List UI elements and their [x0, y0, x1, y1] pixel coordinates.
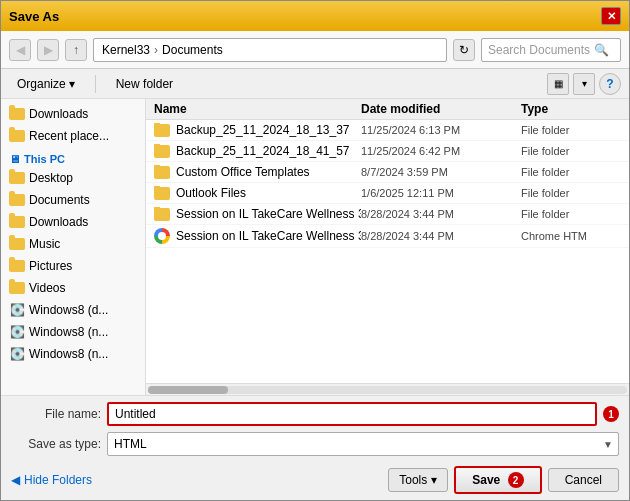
- title-bar: Save As ✕: [1, 1, 629, 31]
- save-type-select-wrapper: HTML ▼: [107, 432, 619, 456]
- sidebar-item-drive1[interactable]: 💽 Windows8 (d...: [1, 299, 145, 321]
- file-item[interactable]: Custom Office Templates 8/7/2024 3:59 PM…: [146, 162, 629, 183]
- back-button[interactable]: ◀: [9, 39, 31, 61]
- view-arrow-icon: ▾: [582, 78, 587, 89]
- search-placeholder: Search Documents: [488, 43, 590, 57]
- sidebar-item-drive3[interactable]: 💽 Windows8 (n...: [1, 343, 145, 365]
- search-box[interactable]: Search Documents 🔍: [481, 38, 621, 62]
- view-arrow-button[interactable]: ▾: [573, 73, 595, 95]
- view-button[interactable]: ▦: [547, 73, 569, 95]
- folder-icon: [154, 124, 170, 137]
- refresh-button[interactable]: ↻: [453, 39, 475, 61]
- this-pc-label: This PC: [24, 153, 65, 165]
- sidebar-item-recent[interactable]: Recent place...: [1, 125, 145, 147]
- file-type: File folder: [521, 208, 621, 220]
- bottom-bar: File name: 1 Save as type: HTML ▼: [1, 395, 629, 462]
- up-button[interactable]: ↑: [65, 39, 87, 61]
- tools-label: Tools: [399, 473, 427, 487]
- close-button[interactable]: ✕: [601, 7, 621, 25]
- view-icon: ▦: [554, 78, 563, 89]
- horizontal-scrollbar[interactable]: [146, 383, 629, 395]
- tools-arrow-icon: ▾: [431, 473, 437, 487]
- file-item[interactable]: Session on IL TakeCare Wellness 30th A..…: [146, 204, 629, 225]
- sidebar-item-downloads[interactable]: Downloads: [1, 211, 145, 233]
- save-badge: 2: [508, 472, 524, 488]
- sidebar-item-pictures[interactable]: Pictures: [1, 255, 145, 277]
- new-folder-button[interactable]: New folder: [108, 75, 181, 93]
- col-type-header[interactable]: Type: [521, 102, 621, 116]
- file-name-label: File name:: [11, 407, 101, 421]
- this-pc-section[interactable]: 🖥 This PC: [1, 147, 145, 167]
- sidebar-item-downloads-pinned[interactable]: Downloads: [1, 103, 145, 125]
- hide-folders-icon: ◀: [11, 473, 20, 487]
- folder-icon: [154, 145, 170, 158]
- file-name: Outlook Files: [176, 186, 246, 200]
- up-icon: ↑: [73, 43, 79, 57]
- file-date: 1/6/2025 12:11 PM: [361, 187, 521, 199]
- toolbar-separator: [95, 75, 96, 93]
- file-date: 11/25/2024 6:13 PM: [361, 124, 521, 136]
- file-date: 8/7/2024 3:59 PM: [361, 166, 521, 178]
- file-date: 11/25/2024 6:42 PM: [361, 145, 521, 157]
- file-item[interactable]: Backup_25_11_2024_18_13_37 11/25/2024 6:…: [146, 120, 629, 141]
- tools-button[interactable]: Tools ▾: [388, 468, 448, 492]
- forward-icon: ▶: [44, 43, 53, 57]
- address-bar: ◀ ▶ ↑ Kernel33 › Documents ↻ Search Docu…: [1, 31, 629, 69]
- file-name-input[interactable]: [107, 402, 597, 426]
- save-button[interactable]: Save 2: [454, 466, 541, 494]
- this-pc-icon: 🖥: [9, 153, 20, 165]
- address-path[interactable]: Kernel33 › Documents: [93, 38, 447, 62]
- col-date-header[interactable]: Date modified: [361, 102, 521, 116]
- file-type: File folder: [521, 124, 621, 136]
- file-type: File folder: [521, 187, 621, 199]
- hide-folders-label: Hide Folders: [24, 473, 92, 487]
- organize-label: Organize: [17, 77, 66, 91]
- file-item[interactable]: Outlook Files 1/6/2025 12:11 PM File fol…: [146, 183, 629, 204]
- file-name: Session on IL TakeCare Wellness 30th A..…: [176, 207, 361, 221]
- folder-icon: [9, 170, 25, 186]
- organize-button[interactable]: Organize ▾: [9, 75, 83, 93]
- main-content: Downloads Recent place... 🖥 This PC Desk…: [1, 99, 629, 395]
- folder-icon: [9, 192, 25, 208]
- save-type-select[interactable]: HTML: [107, 432, 619, 456]
- folder-icon: [9, 258, 25, 274]
- back-icon: ◀: [16, 43, 25, 57]
- chrome-icon: [154, 228, 170, 244]
- cancel-button[interactable]: Cancel: [548, 468, 619, 492]
- sidebar-label-downloads: Downloads: [29, 107, 88, 121]
- sidebar-item-drive2[interactable]: 💽 Windows8 (n...: [1, 321, 145, 343]
- file-type: Chrome HTM: [521, 230, 621, 242]
- hide-folders-button[interactable]: ◀ Hide Folders: [11, 473, 92, 487]
- sidebar-item-documents[interactable]: Documents: [1, 189, 145, 211]
- folder-icon: [9, 236, 25, 252]
- dialog-title: Save As: [9, 9, 59, 24]
- file-name: Backup_25_11_2024_18_13_37: [176, 123, 350, 137]
- path-part-1: Kernel33: [102, 43, 150, 57]
- content-area: Name Date modified Type Backup_25_11_202…: [146, 99, 629, 395]
- search-icon: 🔍: [594, 43, 609, 57]
- file-type: File folder: [521, 145, 621, 157]
- file-list: Backup_25_11_2024_18_13_37 11/25/2024 6:…: [146, 120, 629, 383]
- help-button[interactable]: ?: [599, 73, 621, 95]
- folder-icon: [154, 187, 170, 200]
- sidebar-item-music[interactable]: Music: [1, 233, 145, 255]
- file-type: File folder: [521, 166, 621, 178]
- scrollbar-track: [148, 386, 627, 394]
- folder-icon: [9, 280, 25, 296]
- save-as-type-label: Save as type:: [11, 437, 101, 451]
- file-item[interactable]: Backup_25_11_2024_18_41_57 11/25/2024 6:…: [146, 141, 629, 162]
- col-name-header[interactable]: Name: [154, 102, 361, 116]
- sidebar-label-recent: Recent place...: [29, 129, 109, 143]
- scrollbar-thumb[interactable]: [148, 386, 228, 394]
- file-name: Backup_25_11_2024_18_41_57: [176, 144, 350, 158]
- sidebar-item-desktop[interactable]: Desktop: [1, 167, 145, 189]
- sidebar: Downloads Recent place... 🖥 This PC Desk…: [1, 99, 146, 395]
- forward-button[interactable]: ▶: [37, 39, 59, 61]
- file-name: Custom Office Templates: [176, 165, 310, 179]
- refresh-icon: ↻: [459, 43, 469, 57]
- file-item-chrome[interactable]: Session on IL TakeCare Wellness 30th A..…: [146, 225, 629, 248]
- action-bar: ◀ Hide Folders Tools ▾ Save 2 Cancel: [1, 462, 629, 500]
- sidebar-item-videos[interactable]: Videos: [1, 277, 145, 299]
- column-headers: Name Date modified Type: [146, 99, 629, 120]
- organize-arrow: ▾: [69, 77, 75, 91]
